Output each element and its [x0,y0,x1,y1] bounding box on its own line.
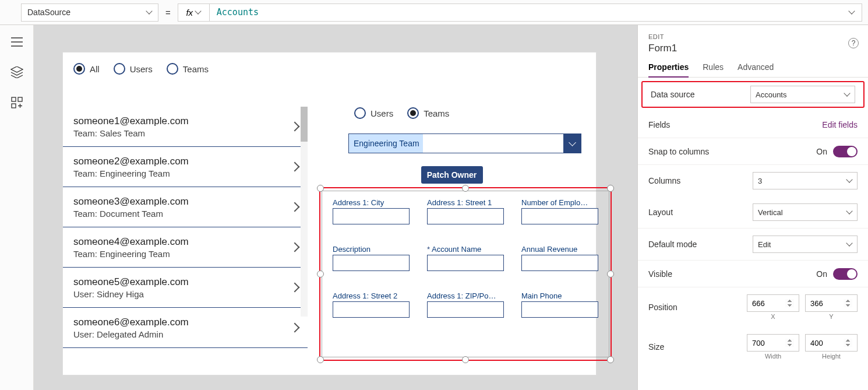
tab-rules[interactable]: Rules [703,62,724,77]
field-label: Account Name [427,245,504,254]
axis-label: Height [822,353,841,360]
dropdown-arrow [563,134,581,153]
field-label: Address 1: Street 2 [333,291,410,300]
prop-position: Position X Y [638,287,868,327]
chevron-down-icon [195,9,201,15]
form-field: Number of Emplo… [521,198,598,239]
field-label: Number of Emplo… [521,198,598,207]
form-field: Address 1: Street 1 [427,198,504,239]
radio-label: Teams [424,108,449,118]
svg-rect-1 [18,97,22,101]
radio-label: All [90,64,100,74]
prop-label: Snap to columns [648,147,709,156]
field-input[interactable] [333,301,410,318]
gallery-item[interactable]: someone5@example.comUser: Sidney Higa [63,268,308,308]
properties-tabs: Properties Rules Advanced [638,58,868,78]
prop-label: Default mode [648,240,697,249]
hamburger-icon[interactable] [10,36,23,48]
prop-data-source: Data source Accounts [641,81,865,108]
prop-fields: Fields Edit fields [638,111,868,138]
gallery-item[interactable]: someone3@example.comTeam: Document Team [63,187,308,227]
gallery-item[interactable]: someone6@example.comUser: Delegated Admi… [63,308,308,348]
prop-label: Columns [648,176,680,185]
gallery-item[interactable]: someone4@example.comTeam: Engineering Te… [63,227,308,268]
gallery-email: someone4@example.com [73,236,189,248]
prop-visible: Visible On [638,261,868,287]
gallery-scrollthumb[interactable] [301,107,308,142]
field-input[interactable] [427,301,504,318]
size-height-input[interactable] [805,334,858,352]
edit-fields-link[interactable]: Edit fields [822,120,858,129]
field-input[interactable] [427,255,504,271]
gallery-subtitle: User: Delegated Admin [73,329,189,339]
form-field: Annual Revenue [521,245,598,286]
gallery-item[interactable]: someone1@example.comTeam: Sales Team [63,107,308,147]
chevron-right-icon [292,243,301,251]
filter-radio-users[interactable]: Users [114,63,153,75]
filter-radio-teams[interactable]: Teams [167,63,209,75]
property-selector[interactable]: DataSource [21,3,158,22]
radio-icon [407,107,419,119]
field-input[interactable] [333,208,410,224]
fx-button[interactable]: fx [178,3,210,22]
layers-icon[interactable] [10,66,23,79]
formula-input[interactable]: Accounts [210,3,862,22]
prop-label: Size [648,342,664,352]
gallery-subtitle: Team: Engineering Team [73,249,189,259]
field-input[interactable] [427,208,504,224]
visible-toggle[interactable] [833,268,858,280]
field-label: Description [333,245,410,254]
chevron-right-icon [292,283,301,291]
prop-label: Position [648,303,678,312]
prop-label: Layout [648,208,673,217]
snap-toggle[interactable] [833,146,858,157]
default-mode-value: Edit [758,240,771,249]
team-dropdown[interactable]: Engineering Team [348,133,581,153]
field-label: Address 1: City [333,198,410,207]
components-icon[interactable] [10,96,23,109]
radio-icon [73,63,85,75]
form-field: Account Name [427,245,504,286]
chevron-down-icon [569,140,575,146]
toggle-value: On [816,269,827,279]
chevron-down-icon [849,9,855,15]
position-x-input[interactable] [747,294,799,312]
help-icon[interactable]: ? [848,38,859,48]
field-input[interactable] [521,255,598,271]
radio-label: Users [130,64,153,74]
filter-radio-all[interactable]: All [73,63,100,75]
chevron-right-icon [292,324,301,332]
formula-value: Accounts [217,7,259,17]
layout-select[interactable]: Vertical [753,203,858,221]
data-source-select[interactable]: Accounts [750,86,855,103]
control-name: Form1 [648,43,858,54]
columns-select[interactable]: 3 [753,172,858,189]
axis-label: X [771,313,775,320]
tab-properties[interactable]: Properties [648,62,689,78]
field-input[interactable] [333,255,410,271]
form-control[interactable]: Address 1: CityAddress 1: Street 1Number… [322,191,609,357]
owner-radio-teams[interactable]: Teams [407,107,449,119]
position-y-input[interactable] [805,294,858,312]
prop-default-mode: Default mode Edit [638,229,868,261]
chevron-down-icon [844,92,850,97]
accounts-gallery[interactable]: someone1@example.comTeam: Sales Teamsome… [63,107,308,352]
prop-columns: Columns 3 [638,165,868,196]
canvas-area[interactable]: AllUsersTeams someone1@example.comTeam: … [34,25,637,390]
size-width-input[interactable] [747,334,799,352]
field-input[interactable] [521,208,598,224]
form-field: Address 1: ZIP/Po… [427,291,504,332]
field-input[interactable] [521,301,598,318]
gallery-item[interactable]: someone2@example.comTeam: Engineering Te… [63,147,308,187]
form-field: Address 1: City [333,198,410,239]
chevron-down-icon [846,178,852,184]
patch-owner-button[interactable]: Patch Owner [421,166,483,184]
formula-bar: DataSource = fx Accounts [0,0,868,25]
columns-value: 3 [758,177,762,185]
gallery-subtitle: User: Sidney Higa [73,289,189,299]
tab-advanced[interactable]: Advanced [738,62,774,77]
team-dropdown-value: Engineering Team [349,134,423,153]
form-field: Address 1: Street 2 [333,291,410,332]
default-mode-select[interactable]: Edit [753,236,858,253]
owner-radio-users[interactable]: Users [354,107,393,119]
